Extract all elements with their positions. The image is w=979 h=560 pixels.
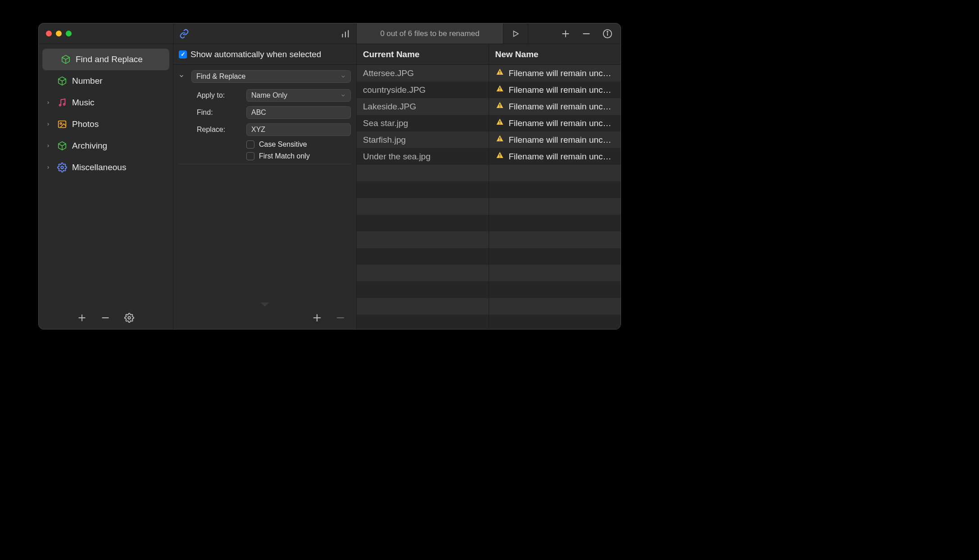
warning-text: Filename will remain unc…	[509, 102, 612, 112]
table-row-empty	[357, 298, 621, 315]
sidebar-list: Find and ReplaceNumberMusicPhotosArchivi…	[39, 44, 173, 307]
first-match-checkbox[interactable]	[246, 152, 254, 160]
first-match-label: First Match only	[259, 152, 310, 160]
svg-point-9	[607, 31, 608, 32]
action-type-select[interactable]: Find & Replace	[191, 70, 351, 83]
warning-icon	[495, 151, 504, 162]
svg-rect-27	[499, 107, 500, 108]
table-row-empty	[357, 198, 621, 215]
app-window: 0 out of 6 files to be renamed	[38, 23, 621, 330]
svg-rect-24	[499, 87, 500, 90]
file-table-panel: Current Name New Name Attersee.JPGFilena…	[357, 44, 621, 329]
apply-to-row: Apply to: Name Only	[179, 89, 351, 102]
chevron-right-icon[interactable]	[44, 122, 52, 126]
replace-value: XYZ	[251, 126, 265, 134]
warning-icon	[495, 68, 504, 78]
find-input[interactable]: ABC	[246, 106, 351, 119]
config-add-button[interactable]	[312, 313, 322, 323]
close-window-button[interactable]	[46, 31, 52, 36]
table-header: Current Name New Name	[357, 44, 621, 65]
titlebar: 0 out of 6 files to be renamed	[39, 23, 621, 44]
warning-icon	[495, 101, 504, 112]
table-row-empty	[357, 281, 621, 298]
run-button[interactable]	[503, 23, 528, 44]
apply-to-select[interactable]: Name Only	[246, 89, 351, 102]
remove-button[interactable]	[582, 29, 591, 38]
table-row[interactable]: Attersee.JPGFilename will remain unc…	[357, 65, 621, 81]
case-sensitive-checkbox[interactable]	[246, 140, 254, 149]
link-icon[interactable]	[179, 29, 189, 39]
table-row-empty	[357, 265, 621, 281]
find-value: ABC	[251, 108, 266, 117]
action-type-row: Find & Replace	[179, 70, 351, 83]
music-icon	[57, 97, 68, 108]
table-row-empty	[357, 165, 621, 181]
maximize-window-button[interactable]	[66, 31, 72, 36]
minimize-window-button[interactable]	[56, 31, 62, 36]
config-remove-button[interactable]	[335, 313, 345, 323]
svg-rect-28	[499, 121, 500, 123]
sidebar-settings-button[interactable]	[124, 313, 134, 323]
sidebar-item-photos[interactable]: Photos	[39, 113, 173, 135]
sidebar-item-archiving[interactable]: Archiving	[39, 135, 173, 157]
svg-rect-22	[499, 71, 500, 73]
sidebar-item-number[interactable]: Number	[39, 70, 173, 92]
config-header: ✓ Show automatically when selected	[173, 44, 356, 65]
cell-new-name: Filename will remain unc…	[489, 81, 621, 98]
table-row[interactable]: countryside.JPGFilename will remain unc…	[357, 81, 621, 98]
case-sensitive-row: Case Sensitive	[179, 140, 351, 149]
sidebar-item-find-and-replace[interactable]: Find and Replace	[42, 49, 169, 70]
sidebar-item-label: Photos	[72, 119, 99, 129]
cell-current-name: countryside.JPG	[357, 81, 489, 98]
sidebar-add-button[interactable]	[77, 313, 86, 322]
action-type-value: Find & Replace	[196, 72, 245, 81]
sidebar-footer	[39, 307, 173, 329]
window-controls	[39, 31, 173, 36]
svg-point-18	[128, 316, 131, 319]
config-footer	[173, 307, 356, 329]
svg-rect-33	[499, 157, 500, 158]
show-auto-checkbox[interactable]: ✓	[179, 50, 187, 59]
chevron-right-icon[interactable]	[44, 100, 52, 105]
replace-row: Replace: XYZ	[179, 123, 351, 136]
replace-input[interactable]: XYZ	[246, 123, 351, 136]
stats-icon[interactable]	[340, 29, 351, 39]
find-row: Find: ABC	[179, 106, 351, 119]
status-text: 0 out of 6 files to be renamed	[357, 23, 503, 44]
svg-rect-30	[499, 137, 500, 140]
info-button[interactable]	[603, 29, 612, 39]
col-current-name[interactable]: Current Name	[357, 44, 489, 64]
svg-rect-23	[499, 73, 500, 74]
svg-point-11	[63, 104, 65, 105]
col-new-name[interactable]: New Name	[489, 44, 621, 64]
table-body: Attersee.JPGFilename will remain unc…cou…	[357, 65, 621, 329]
add-button[interactable]	[561, 29, 570, 38]
replace-label: Replace:	[197, 126, 246, 134]
sidebar-item-miscellaneous[interactable]: Miscellaneous	[39, 157, 173, 178]
photo-icon	[57, 119, 68, 130]
svg-marker-3	[514, 31, 519, 36]
cell-new-name: Filename will remain unc…	[489, 148, 621, 165]
svg-point-13	[60, 122, 62, 124]
sidebar-item-music[interactable]: Music	[39, 92, 173, 113]
apply-to-label: Apply to:	[197, 91, 246, 99]
chevron-right-icon[interactable]	[44, 165, 52, 170]
table-row[interactable]: Lakeside.JPGFilename will remain unc…	[357, 98, 621, 115]
table-row-empty	[357, 215, 621, 231]
table-row[interactable]: Starfish.jpgFilename will remain unc…	[357, 131, 621, 148]
sidebar: Find and ReplaceNumberMusicPhotosArchivi…	[39, 44, 173, 329]
main-area: Find and ReplaceNumberMusicPhotosArchivi…	[39, 44, 621, 329]
collapse-icon[interactable]	[179, 73, 187, 80]
cell-current-name: Sea star.jpg	[357, 115, 489, 131]
warning-text: Filename will remain unc…	[509, 118, 612, 128]
sidebar-item-label: Number	[72, 76, 103, 86]
table-row[interactable]: Sea star.jpgFilename will remain unc…	[357, 115, 621, 131]
chevron-right-icon[interactable]	[44, 144, 52, 148]
table-row-empty	[357, 181, 621, 198]
cell-new-name: Filename will remain unc…	[489, 131, 621, 148]
svg-point-14	[61, 166, 63, 169]
table-row-empty	[357, 231, 621, 248]
sidebar-item-label: Find and Replace	[76, 54, 143, 64]
sidebar-remove-button[interactable]	[101, 313, 110, 322]
table-row[interactable]: Under the sea.jpgFilename will remain un…	[357, 148, 621, 165]
